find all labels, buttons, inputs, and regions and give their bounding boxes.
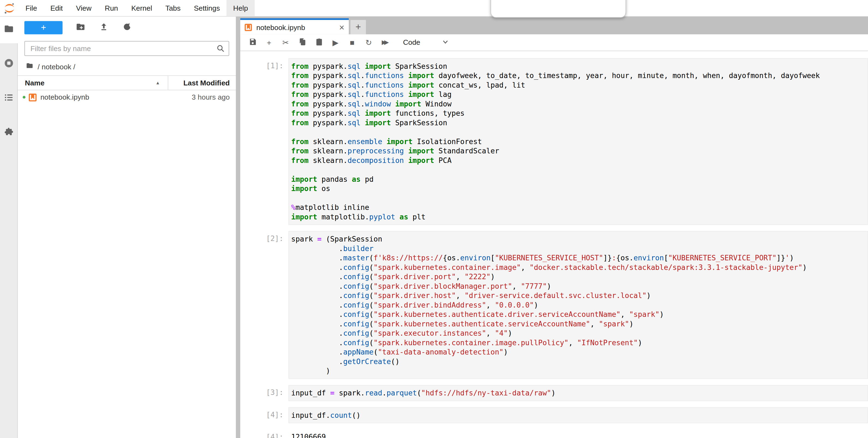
- table-of-contents-icon: [4, 92, 13, 105]
- execution-count: [3]:: [240, 385, 288, 401]
- sidebar-tab-running-sessions[interactable]: [0, 51, 18, 78]
- home-folder-icon: [25, 62, 38, 71]
- breadcrumb-path: / notebook /: [38, 62, 75, 70]
- tab-close-icon[interactable]: ×: [339, 24, 344, 31]
- puzzle-icon: [4, 127, 13, 139]
- code-editor[interactable]: input_df = spark.read.parquet("hdfs://hd…: [288, 385, 868, 401]
- column-header-name[interactable]: Name ▲: [18, 79, 168, 87]
- breadcrumb[interactable]: / notebook /: [18, 56, 236, 75]
- new-folder-icon: [75, 22, 85, 34]
- menu-edit[interactable]: Edit: [43, 0, 69, 16]
- column-header-modified[interactable]: Last Modified: [168, 76, 236, 90]
- upload-button[interactable]: [98, 22, 109, 33]
- filter-files-input[interactable]: [24, 41, 229, 56]
- run-icon: ▶: [333, 38, 338, 47]
- menu-kernel[interactable]: Kernel: [125, 0, 159, 16]
- paste-cells-button[interactable]: [312, 36, 326, 49]
- stop-icon: ■: [350, 38, 354, 47]
- search-icon: [217, 44, 225, 52]
- file-list-header: Name ▲ Last Modified: [18, 75, 236, 90]
- sidebar-tab-file-browser[interactable]: [0, 17, 18, 43]
- dock-panel: notebook.ipynb × + + ✂: [240, 17, 868, 438]
- dock-tab-bar: notebook.ipynb × +: [240, 17, 868, 34]
- menu-view[interactable]: View: [69, 0, 98, 16]
- notebook-content: [1]:from pyspark.sql import SparkSession…: [240, 51, 868, 438]
- plus-icon: +: [267, 38, 271, 47]
- file-modified: 3 hours ago: [192, 93, 236, 101]
- folder-icon: [4, 24, 13, 36]
- code-editor[interactable]: from pyspark.sql import SparkSessionfrom…: [288, 58, 868, 225]
- notebook-toolbar: + ✂ ▶ ■ ↻ ▶▶ Code: [240, 34, 868, 51]
- refresh-icon: [122, 22, 132, 34]
- sidebar-icon-strip: [0, 17, 18, 438]
- code-editor[interactable]: spark = (SparkSession .builder .master(f…: [288, 231, 868, 379]
- jupyterlab-window: File Edit View Run Kernel Tabs Settings …: [0, 0, 868, 438]
- notebook-code-cell: [1]:from pyspark.sql import SparkSession…: [240, 58, 868, 225]
- menu-tabs[interactable]: Tabs: [159, 0, 187, 16]
- save-button[interactable]: [246, 36, 259, 49]
- new-folder-button[interactable]: [75, 22, 86, 33]
- notebook-output-cell: [4]:12106669: [240, 429, 868, 438]
- name-header-label: Name: [25, 79, 44, 87]
- code-editor[interactable]: input_df.count(): [288, 407, 868, 423]
- save-icon: [248, 37, 256, 48]
- menu-run[interactable]: Run: [98, 0, 125, 16]
- scissors-icon: ✂: [282, 38, 289, 47]
- cut-cells-button[interactable]: ✂: [279, 36, 292, 49]
- paste-icon: [315, 37, 323, 48]
- menu-bar: File Edit View Run Kernel Tabs Settings …: [0, 0, 868, 17]
- restart-run-all-button[interactable]: ▶▶: [379, 36, 392, 49]
- execution-count: [4]:: [240, 429, 288, 438]
- menu-settings[interactable]: Settings: [187, 0, 227, 16]
- restart-icon: ↻: [365, 38, 372, 47]
- refresh-button[interactable]: [121, 22, 132, 33]
- fast-forward-icon: ▶▶: [382, 39, 387, 46]
- new-tab-button[interactable]: +: [350, 20, 366, 34]
- menu-help[interactable]: Help: [227, 0, 255, 16]
- notebook-code-cell: [4]:input_df.count(): [240, 407, 868, 423]
- cell-type-value: Code: [403, 38, 420, 47]
- interrupt-kernel-button[interactable]: ■: [345, 36, 359, 49]
- file-browser-panel: +: [18, 17, 236, 438]
- restart-kernel-button[interactable]: ↻: [362, 36, 375, 49]
- file-list-item[interactable]: notebook.ipynb 3 hours ago: [18, 90, 236, 104]
- sidebar-tab-extension-manager[interactable]: [0, 120, 18, 146]
- cell-type-select[interactable]: Code: [403, 38, 448, 47]
- copy-cells-button[interactable]: [296, 36, 309, 49]
- menu-file[interactable]: File: [19, 0, 43, 16]
- notebook-file-icon: [29, 93, 36, 101]
- upload-icon: [99, 22, 108, 34]
- output-area: 12106669: [288, 429, 868, 438]
- notebook-code-cell: [3]:input_df = spark.read.parquet("hdfs:…: [240, 385, 868, 401]
- running-sessions-icon: [4, 58, 13, 70]
- browser-popup: github.com: [491, 0, 626, 18]
- notebook-code-cell: [2]:spark = (SparkSession .builder .mast…: [240, 231, 868, 379]
- jupyter-logo-icon: [0, 0, 19, 16]
- notebook-tab-title: notebook.ipynb: [256, 23, 305, 31]
- execution-count: [2]:: [240, 231, 288, 379]
- sort-ascending-icon: ▲: [156, 80, 160, 85]
- execution-count: [1]:: [240, 58, 288, 225]
- modified-header-label: Last Modified: [183, 79, 229, 87]
- notebook-tab[interactable]: notebook.ipynb ×: [240, 18, 349, 34]
- new-launcher-button[interactable]: +: [24, 21, 62, 34]
- notebook-tab-icon: [245, 24, 252, 31]
- sidebar-tab-table-of-contents[interactable]: [0, 85, 18, 112]
- execution-count: [4]:: [240, 407, 288, 423]
- add-cell-button[interactable]: +: [262, 36, 276, 49]
- copy-icon: [298, 37, 306, 48]
- sidebar-scrollbar[interactable]: [236, 17, 240, 438]
- kernel-running-dot: [23, 96, 25, 98]
- file-name: notebook.ipynb: [40, 93, 89, 101]
- chevron-down-icon: [442, 38, 448, 47]
- run-cell-button[interactable]: ▶: [329, 36, 342, 49]
